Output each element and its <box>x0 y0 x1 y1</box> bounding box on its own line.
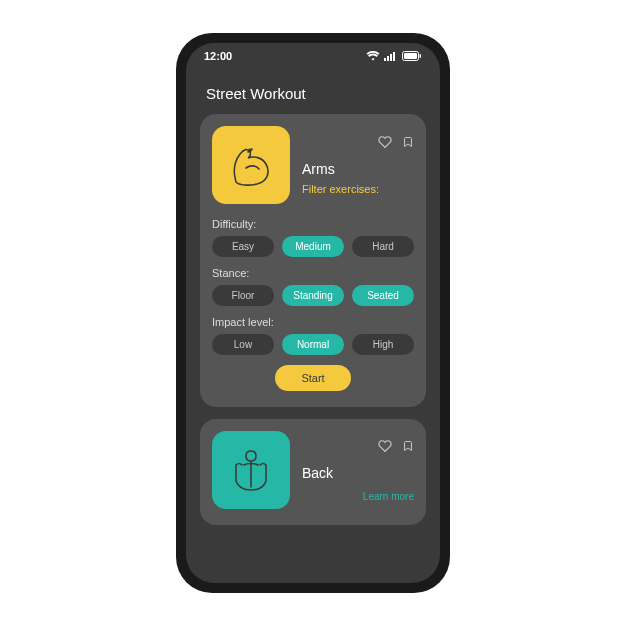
difficulty-label: Difficulty: <box>212 218 414 230</box>
pill-standing[interactable]: Standing <box>282 285 344 306</box>
pill-low[interactable]: Low <box>212 334 274 355</box>
filter-exercises-label: Filter exercises: <box>302 183 414 195</box>
impact-label: Impact level: <box>212 316 414 328</box>
bookmark-icon[interactable] <box>402 135 414 149</box>
card-back: Back Learn more <box>200 419 426 525</box>
status-bar: 12:00 <box>186 43 440 69</box>
arms-icon <box>212 126 290 204</box>
status-time: 12:00 <box>204 50 232 62</box>
app-title: Street Workout <box>186 69 440 114</box>
start-button[interactable]: Start <box>275 365 350 391</box>
pill-seated[interactable]: Seated <box>352 285 414 306</box>
svg-rect-2 <box>390 54 392 61</box>
svg-rect-6 <box>420 54 422 58</box>
back-icon <box>212 431 290 509</box>
battery-icon <box>402 51 422 61</box>
pill-hard[interactable]: Hard <box>352 236 414 257</box>
card-title-back: Back <box>302 465 414 481</box>
phone-frame: 12:00 Street Workout <box>176 33 450 593</box>
svg-rect-0 <box>384 58 386 61</box>
bookmark-icon[interactable] <box>402 439 414 453</box>
pill-easy[interactable]: Easy <box>212 236 274 257</box>
svg-rect-3 <box>393 52 395 61</box>
signal-icon <box>384 51 398 61</box>
status-right <box>366 51 422 61</box>
card-meta-back: Back Learn more <box>302 431 414 509</box>
card-title-arms: Arms <box>302 161 414 177</box>
screen: 12:00 Street Workout <box>186 43 440 583</box>
card-header-arms: Arms Filter exercises: <box>212 126 414 204</box>
heart-icon[interactable] <box>378 135 392 149</box>
stance-label: Stance: <box>212 267 414 279</box>
filter-difficulty: Difficulty: Easy Medium Hard <box>212 218 414 257</box>
card-header-back: Back Learn more <box>212 431 414 509</box>
pill-high[interactable]: High <box>352 334 414 355</box>
pill-medium[interactable]: Medium <box>282 236 344 257</box>
pill-normal[interactable]: Normal <box>282 334 344 355</box>
filter-stance: Stance: Floor Standing Seated <box>212 267 414 306</box>
content: Arms Filter exercises: Difficulty: Easy … <box>186 114 440 583</box>
learn-more-link[interactable]: Learn more <box>302 491 414 502</box>
card-arms: Arms Filter exercises: Difficulty: Easy … <box>200 114 426 407</box>
filter-impact: Impact level: Low Normal High <box>212 316 414 355</box>
svg-rect-1 <box>387 56 389 61</box>
pill-floor[interactable]: Floor <box>212 285 274 306</box>
wifi-icon <box>366 51 380 61</box>
heart-icon[interactable] <box>378 439 392 453</box>
card-meta-arms: Arms Filter exercises: <box>302 126 414 204</box>
svg-rect-5 <box>404 53 417 59</box>
